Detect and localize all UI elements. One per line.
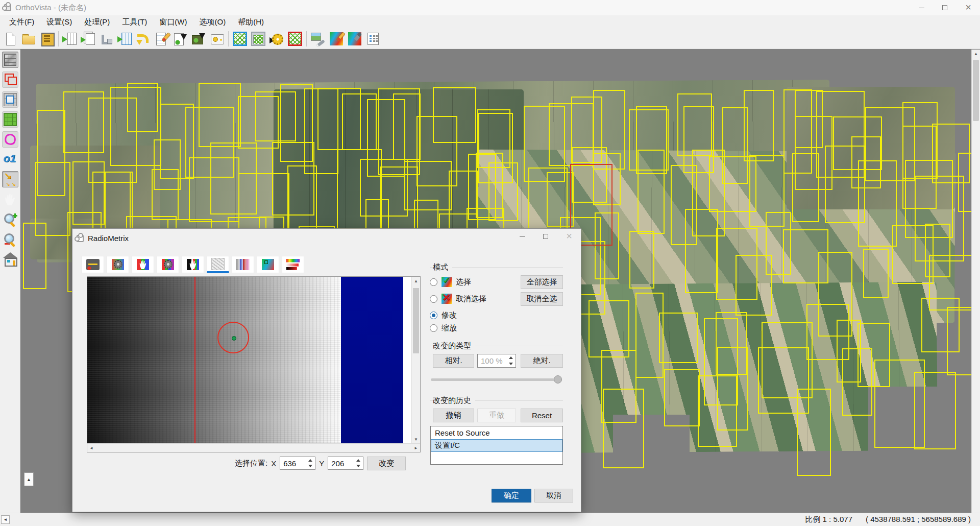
menu-item-0[interactable]: 文件(F) [3, 15, 40, 29]
spin-up-icon[interactable] [509, 356, 513, 359]
scroll-up-icon[interactable]: ▲ [412, 277, 420, 285]
new-file-button[interactable] [1, 30, 19, 48]
pan-hand-tool[interactable] [2, 191, 18, 207]
grayscale-image-tab[interactable] [207, 256, 229, 273]
import-images-button[interactable] [79, 30, 97, 48]
menu-item-5[interactable]: 选项(O) [193, 15, 232, 29]
amount-slider[interactable] [431, 375, 562, 384]
select-all-button[interactable]: 全部选择 [521, 275, 563, 289]
ok-button[interactable]: 确定 [492, 489, 531, 503]
export-block-button[interactable] [189, 30, 208, 48]
spin-down-icon[interactable] [356, 465, 360, 467]
gear-rainbow-tab[interactable] [107, 256, 129, 273]
canvas-vertical-scrollbar[interactable]: ▲ [971, 50, 980, 513]
green-grid-tool[interactable] [2, 111, 18, 128]
open-block-button[interactable] [116, 30, 134, 48]
history-entry[interactable]: 设置I/C [431, 439, 562, 452]
load-shape-button[interactable] [134, 30, 153, 48]
edit-report-button[interactable] [153, 30, 171, 48]
mode-deselect-radio[interactable]: 取消选择 [430, 294, 486, 304]
import-image-button[interactable] [61, 30, 79, 48]
percent-spinner[interactable]: 100 % [477, 354, 516, 368]
spin-up-icon[interactable] [356, 459, 360, 462]
corner-arrows-tool[interactable] [2, 171, 18, 187]
export-image-button[interactable] [171, 30, 189, 48]
scrollbar-thumb[interactable] [973, 60, 979, 121]
redo-button[interactable]: 重做 [477, 409, 516, 422]
display-settings-tab[interactable] [82, 256, 104, 273]
histogram-panel[interactable]: ▲ ▼ ◄ ► [87, 276, 421, 452]
histogram-vertical-scrollbar[interactable]: ▲ ▼ [411, 277, 420, 443]
y-position-spinner[interactable]: 206 [328, 457, 363, 470]
spin-up-icon[interactable] [308, 459, 312, 462]
zoom-out-tool[interactable] [2, 231, 18, 247]
spin-down-icon[interactable] [509, 363, 513, 365]
seams-blue-button[interactable] [231, 30, 249, 48]
menu-item-1[interactable]: 设置(S) [40, 15, 78, 29]
seams-window-button[interactable] [249, 30, 267, 48]
image-footprint [664, 369, 700, 426]
scrollbar-thumb[interactable] [413, 288, 419, 353]
gradient-histogram[interactable] [87, 277, 340, 443]
menu-item-6[interactable]: 帮助(H) [232, 15, 270, 29]
blue-rectangle-icon [3, 92, 17, 107]
process-run-button[interactable] [267, 30, 286, 48]
menu-item-3[interactable]: 工具(T) [116, 15, 153, 29]
magenta-polygon-tool[interactable] [2, 131, 18, 148]
mode-select-radio[interactable]: 选择 [430, 277, 471, 287]
mode-zoom-radio[interactable]: 缩放 [430, 323, 457, 333]
image-tools-button[interactable] [309, 30, 327, 48]
reset-button[interactable]: Reset [521, 409, 563, 422]
history-list[interactable]: Reset to Source设置I/C [430, 426, 563, 465]
scroll-up-icon[interactable]: ▲ [972, 50, 980, 58]
cancel-button[interactable]: 取消 [534, 489, 573, 503]
color-field-tab[interactable] [257, 256, 279, 273]
dialog-maximize-button[interactable] [534, 229, 557, 244]
history-entry[interactable]: Reset to Source [431, 426, 562, 439]
zoom-in-tool[interactable] [2, 211, 18, 227]
edit-colors-button[interactable] [327, 30, 346, 48]
dialog-icon [77, 235, 84, 242]
maximize-button[interactable] [933, 0, 957, 15]
o1-overview-tool[interactable] [2, 151, 18, 168]
seams-red-button[interactable] [286, 30, 304, 48]
scroll-left-icon[interactable]: ◄ [89, 446, 93, 450]
pick-color-button[interactable] [346, 30, 364, 48]
hand-gray-rgb-tab[interactable] [182, 256, 204, 273]
change-button[interactable]: 改变 [367, 457, 406, 470]
mosaic-view-tool[interactable] [2, 52, 18, 68]
undo-button[interactable]: 撤销 [433, 409, 474, 422]
red-rectangles-tool[interactable] [2, 71, 18, 88]
navy-region [341, 277, 403, 443]
close-button[interactable] [957, 0, 980, 15]
place-image-button[interactable] [97, 30, 116, 48]
minimize-button[interactable] [910, 0, 933, 15]
relative-button[interactable]: 相对. [433, 354, 474, 368]
show-list-button[interactable] [364, 30, 382, 48]
gear-rgb-tab[interactable] [157, 256, 179, 273]
dialog-close-button[interactable] [557, 229, 581, 244]
deselect-all-button[interactable]: 取消全选 [521, 292, 563, 306]
absolute-button[interactable]: 绝对. [521, 354, 563, 368]
scroll-down-icon[interactable]: ▼ [412, 435, 420, 443]
menu-item-4[interactable]: 窗口(W) [153, 15, 193, 29]
blue-rectangle-tool[interactable] [2, 91, 18, 108]
histogram-horizontal-scrollbar[interactable]: ◄ ► [87, 443, 420, 452]
mode-modify-radio[interactable]: 修改 [430, 310, 457, 320]
scroll-right-icon[interactable]: ► [414, 446, 418, 450]
x-position-spinner[interactable]: 636 [280, 457, 315, 470]
spin-down-icon[interactable] [308, 465, 312, 467]
gradient-bars-tab[interactable] [232, 256, 254, 273]
save-button[interactable] [38, 30, 56, 48]
color-field-tab-icon [260, 258, 276, 271]
scroll-top-button[interactable]: ▲ [24, 472, 34, 486]
open-folder-button[interactable] [19, 30, 38, 48]
scroll-left-button[interactable]: ◄ [1, 515, 10, 524]
dialog-minimize-button[interactable] [510, 229, 534, 244]
credentials-button[interactable] [208, 30, 226, 48]
hand-rgb-tab[interactable] [132, 256, 154, 273]
home-view-tool[interactable] [2, 251, 18, 267]
menu-item-2[interactable]: 处理(P) [78, 15, 116, 29]
slider-handle[interactable] [554, 375, 562, 384]
color-stripes-tab[interactable] [282, 256, 304, 273]
